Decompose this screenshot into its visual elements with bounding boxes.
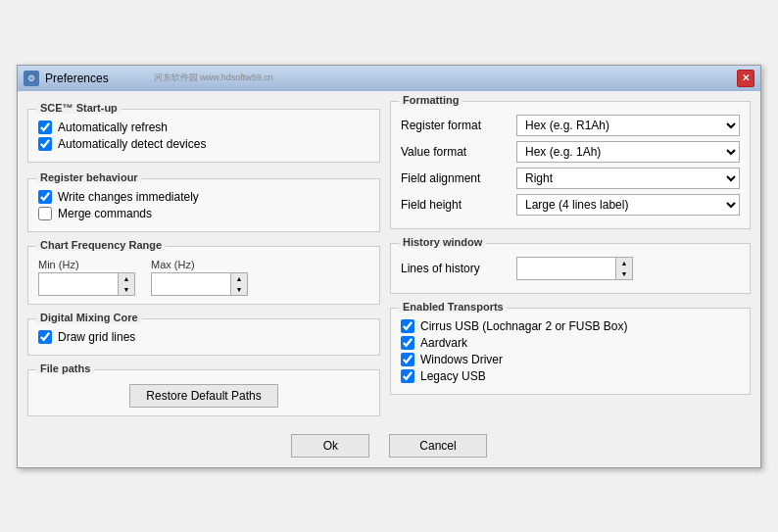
- right-panel: Formatting Register format Hex (e.g. R1A…: [390, 101, 751, 416]
- transport1-checkbox[interactable]: [401, 319, 414, 333]
- watermark-text: 河东软件园 www.hdsoftw59.cn: [154, 72, 273, 84]
- close-button[interactable]: ✕: [737, 70, 754, 87]
- transports-section-label: Enabled Transports: [399, 301, 508, 313]
- min-spinbox: 100 ▲ ▼: [38, 272, 135, 296]
- field-height-select[interactable]: Large (4 lines label) Medium Small: [516, 194, 740, 216]
- restore-default-paths-button[interactable]: Restore Default Paths: [129, 384, 277, 408]
- window-content: SCE™ Start-up Automatically refresh Auto…: [18, 91, 760, 426]
- field-alignment-select[interactable]: Right Left Center: [516, 168, 740, 189]
- value-format-row: Value format Hex (e.g. 1Ah) Decimal Bina…: [401, 141, 740, 163]
- max-freq-col: Max (Hz) 20000 ▲ ▼: [151, 259, 248, 296]
- transport2-label: Aardvark: [420, 336, 467, 350]
- transport2-row: Aardvark: [401, 336, 740, 350]
- merge-commands-label: Merge commands: [58, 207, 152, 220]
- auto-detect-label: Automatically detect devices: [58, 137, 206, 151]
- lines-of-history-row: Lines of history 16384 ▲ ▼: [401, 257, 740, 280]
- left-panel: SCE™ Start-up Automatically refresh Auto…: [27, 101, 380, 416]
- file-section: File paths Restore Default Paths: [27, 369, 380, 416]
- transport4-label: Legacy USB: [420, 369, 486, 383]
- history-spinbox: 16384 ▲ ▼: [516, 257, 633, 280]
- max-spinbox: 20000 ▲ ▼: [151, 272, 248, 296]
- register-section-label: Register behaviour: [36, 171, 142, 183]
- transport3-checkbox[interactable]: [401, 353, 414, 366]
- ok-button[interactable]: Ok: [291, 434, 369, 458]
- title-bar-left: ⚙ Preferences 河东软件园 www.hdsoftw59.cn: [24, 71, 273, 86]
- min-freq-input[interactable]: 100: [39, 273, 118, 295]
- min-freq-label: Min (Hz): [38, 259, 135, 270]
- merge-commands-row: Merge commands: [38, 207, 369, 220]
- chart-freq-section-label: Chart Frequency Range: [36, 239, 166, 251]
- register-behaviour-section: Register behaviour Write changes immedia…: [27, 178, 380, 232]
- min-spin-down[interactable]: ▼: [119, 284, 134, 295]
- transport3-label: Windows Driver: [420, 353, 503, 366]
- startup-section-label: SCE™ Start-up: [36, 102, 122, 114]
- field-alignment-row: Field alignment Right Left Center: [401, 168, 740, 189]
- merge-commands-checkbox[interactable]: [38, 207, 52, 220]
- transport1-label: Cirrus USB (Lochnagar 2 or FUSB Box): [420, 319, 627, 333]
- auto-detect-row: Automatically detect devices: [38, 137, 369, 151]
- history-section-label: History window: [399, 236, 486, 248]
- formatting-section-label: Formatting: [399, 94, 462, 106]
- min-spin-up[interactable]: ▲: [119, 273, 134, 284]
- register-format-row: Register format Hex (e.g. R1Ah) Decimal …: [401, 115, 740, 136]
- transport4-checkbox[interactable]: [401, 369, 414, 383]
- auto-detect-checkbox[interactable]: [38, 137, 52, 151]
- file-section-label: File paths: [36, 363, 94, 374]
- auto-refresh-checkbox[interactable]: [38, 121, 52, 134]
- max-spin-down[interactable]: ▼: [231, 284, 247, 295]
- history-spin-down[interactable]: ▼: [616, 268, 632, 279]
- auto-refresh-row: Automatically refresh: [38, 121, 369, 134]
- transport2-checkbox[interactable]: [401, 336, 414, 350]
- transport4-row: Legacy USB: [401, 369, 740, 383]
- field-height-row: Field height Large (4 lines label) Mediu…: [401, 194, 740, 216]
- max-spinbox-buttons: ▲ ▼: [230, 273, 247, 295]
- write-changes-label: Write changes immediately: [58, 190, 199, 204]
- field-height-label: Field height: [401, 198, 509, 212]
- value-format-select[interactable]: Hex (e.g. 1Ah) Decimal Binary: [516, 141, 740, 163]
- register-format-select[interactable]: Hex (e.g. R1Ah) Decimal Binary: [516, 115, 740, 136]
- value-format-label: Value format: [401, 145, 509, 159]
- formatting-section: Formatting Register format Hex (e.g. R1A…: [390, 101, 751, 229]
- cancel-button[interactable]: Cancel: [389, 434, 486, 458]
- max-spin-up[interactable]: ▲: [231, 273, 247, 284]
- app-icon: ⚙: [24, 71, 39, 86]
- chart-freq-section: Chart Frequency Range Min (Hz) 100 ▲ ▼: [27, 246, 380, 305]
- history-spin-up[interactable]: ▲: [616, 258, 632, 268]
- restore-btn-container: Restore Default Paths: [38, 382, 369, 408]
- field-alignment-label: Field alignment: [401, 171, 509, 185]
- title-bar: ⚙ Preferences 河东软件园 www.hdsoftw59.cn ✕: [18, 66, 760, 91]
- max-freq-label: Max (Hz): [151, 259, 248, 270]
- bottom-bar: Ok Cancel: [18, 426, 760, 467]
- max-freq-input[interactable]: 20000: [152, 273, 230, 295]
- register-format-label: Register format: [401, 119, 509, 132]
- digital-section: Digital Mixing Core Draw grid lines: [27, 318, 380, 356]
- write-changes-row: Write changes immediately: [38, 190, 369, 204]
- digital-section-label: Digital Mixing Core: [36, 312, 142, 323]
- draw-grid-label: Draw grid lines: [58, 330, 135, 344]
- auto-refresh-label: Automatically refresh: [58, 121, 168, 134]
- min-freq-col: Min (Hz) 100 ▲ ▼: [38, 259, 135, 296]
- write-changes-checkbox[interactable]: [38, 190, 52, 204]
- draw-grid-row: Draw grid lines: [38, 330, 369, 344]
- draw-grid-checkbox[interactable]: [38, 330, 52, 344]
- preferences-window: ⚙ Preferences 河东软件园 www.hdsoftw59.cn ✕ S…: [17, 65, 761, 468]
- lines-of-history-label: Lines of history: [401, 262, 509, 275]
- window-title: Preferences: [45, 72, 109, 85]
- transports-section: Enabled Transports Cirrus USB (Lochnagar…: [390, 308, 751, 395]
- transport1-row: Cirrus USB (Lochnagar 2 or FUSB Box): [401, 319, 740, 333]
- startup-section: SCE™ Start-up Automatically refresh Auto…: [27, 109, 380, 163]
- lines-of-history-input[interactable]: 16384: [517, 258, 615, 279]
- freq-row: Min (Hz) 100 ▲ ▼ Max (Hz) 20000: [38, 259, 369, 296]
- min-spinbox-buttons: ▲ ▼: [118, 273, 134, 295]
- history-spinbox-buttons: ▲ ▼: [615, 258, 632, 279]
- history-section: History window Lines of history 16384 ▲ …: [390, 243, 751, 294]
- transport3-row: Windows Driver: [401, 353, 740, 366]
